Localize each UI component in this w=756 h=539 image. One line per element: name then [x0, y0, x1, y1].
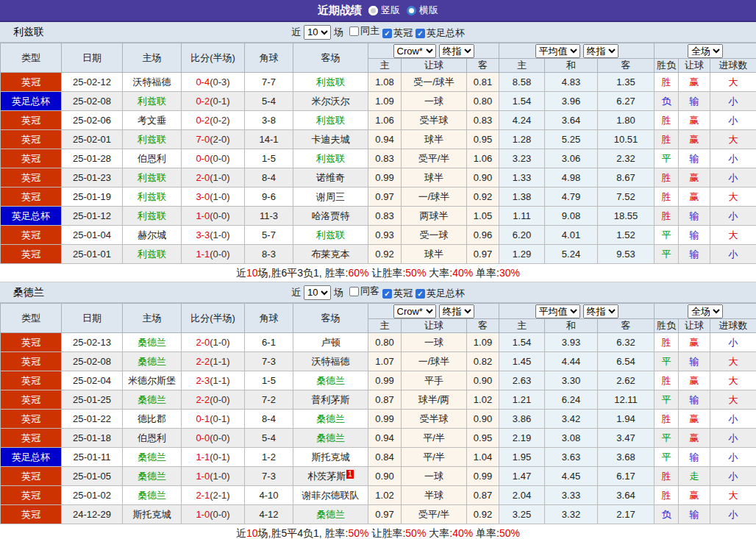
avg-draw-odds: 4.44: [545, 352, 598, 371]
checkbox-icon[interactable]: ✓: [382, 289, 392, 299]
subheader-handicap: 让球: [402, 59, 467, 73]
avg-away-odds: 6.32: [598, 333, 655, 352]
avg-source-select[interactable]: 平均值: [535, 304, 580, 318]
match-date: 25-01-05: [62, 467, 123, 486]
filter-checkbox[interactable]: 同主: [349, 24, 379, 38]
match-row: 英冠25-01-04赫尔城3-3(1-0)5-7利兹联0.93受一球0.966.…: [1, 226, 756, 245]
page-header: 近期战绩 竖版 横版: [0, 0, 756, 22]
home-team: 伯恩利: [123, 149, 182, 168]
radio-horizontal-label[interactable]: 横版: [419, 4, 438, 17]
filter-checkbox[interactable]: ✓英冠: [382, 26, 413, 40]
result-handicap: 输: [679, 92, 710, 111]
handicap-line: 受半球: [402, 111, 467, 130]
subheader-avg-away: 客: [598, 59, 655, 73]
checkbox-icon[interactable]: [349, 26, 359, 36]
league-badge: 英冠: [1, 73, 62, 92]
home-team: 伯恩利: [123, 429, 182, 448]
handicap-line: 球半: [402, 130, 467, 149]
checkbox-icon[interactable]: ✓: [416, 29, 425, 38]
checkbox-icon[interactable]: ✓: [416, 289, 425, 299]
match-date: 25-02-08: [62, 352, 123, 371]
subheader-odds-away: 客: [467, 319, 499, 333]
avg-away-odds: 6.17: [598, 467, 655, 486]
scope-select[interactable]: 全场: [688, 44, 723, 58]
avg-stage-select[interactable]: 终指: [583, 304, 618, 318]
avg-home-odds: 3.25: [499, 505, 545, 524]
radio-vertical-label[interactable]: 竖版: [381, 4, 400, 17]
result-handicap: 赢: [679, 371, 710, 390]
home-team: 利兹联: [123, 92, 182, 111]
odds-stage-select[interactable]: 终指: [439, 44, 474, 58]
result-goals: 小: [710, 245, 756, 264]
subheader-avg-home: 主: [499, 59, 545, 73]
avg-draw-odds: 5.25: [545, 130, 598, 149]
checkbox-icon[interactable]: ✓: [382, 29, 392, 38]
summary-text: 大率:: [426, 267, 452, 279]
avg-draw-odds: 5.24: [545, 245, 598, 264]
match-count-select[interactable]: 10: [304, 285, 331, 300]
away-team: 桑德兰: [293, 371, 368, 390]
away-team: 朴茨茅斯1: [293, 467, 368, 486]
scope-select[interactable]: 全场: [688, 304, 723, 318]
summary-text: 单率:: [473, 527, 499, 539]
filter-checkbox[interactable]: ✓英冠: [382, 287, 413, 300]
section-bar: 利兹联 近 10 场 同主✓英冠✓英足总杯: [0, 22, 756, 43]
away-team: 桑德兰: [293, 410, 368, 429]
avg-away-odds: 9.53: [598, 245, 655, 264]
match-row: 英冠25-02-04米德尔斯堡2-3(1-1)1-5桑德兰0.99平手0.902…: [1, 371, 756, 390]
filter-checkbox[interactable]: ✓英足总杯: [416, 26, 465, 40]
avg-home-odds: 6.20: [499, 226, 545, 245]
home-odds: 0.93: [368, 226, 402, 245]
odds-provider-select[interactable]: Crow*: [393, 44, 436, 58]
avg-away-odds: 2.17: [598, 505, 655, 524]
league-badge: 英冠: [1, 410, 62, 429]
away-odds: 1.06: [467, 149, 499, 168]
summary-text: 单率:: [473, 267, 499, 279]
filter-checkbox[interactable]: 同客: [349, 285, 379, 298]
radio-horizontal[interactable]: [407, 6, 416, 15]
avg-away-odds: 1.52: [598, 226, 655, 245]
match-row: 英冠25-01-01利兹联1-1(0-0)8-3布莱克本0.92球半0.971.…: [1, 245, 756, 264]
filter-checkbox[interactable]: ✓英足总杯: [416, 287, 465, 300]
odds-stage-select[interactable]: 终指: [439, 304, 474, 318]
summary-text: 40%: [452, 527, 473, 539]
away-odds: 0.95: [467, 130, 499, 149]
match-score: 1-0(0-0): [182, 207, 245, 226]
checkbox-icon[interactable]: [349, 287, 359, 296]
match-filter: 近 10 场 同主✓英冠✓英足总杯: [291, 24, 465, 40]
avg-stage-select[interactable]: 终指: [583, 44, 618, 58]
handicap-line: 球半/两: [402, 390, 467, 410]
corner-count: 7-3: [245, 467, 293, 486]
avg-draw-odds: 3.33: [545, 486, 598, 505]
filter-checkbox-group: 同主✓英冠✓英足总杯: [346, 24, 465, 40]
subheader-avg-home: 主: [499, 319, 545, 333]
odds-provider-select[interactable]: Crow*: [393, 304, 436, 318]
home-team: 利兹联: [123, 245, 182, 264]
home-odds: 0.97: [368, 505, 402, 524]
match-count-select[interactable]: 10: [304, 25, 331, 40]
avg-home-odds: 1.95: [499, 448, 545, 467]
away-team: 斯托克城: [293, 448, 368, 467]
home-odds: 0.99: [368, 371, 402, 390]
checkbox-label: 同主: [360, 24, 379, 38]
radio-vertical-selected[interactable]: [368, 6, 378, 15]
home-team: 桑德兰: [123, 352, 182, 371]
avg-home-odds: 3.86: [499, 410, 545, 429]
away-odds: 0.82: [467, 352, 499, 371]
subheader-avg-draw: 和: [545, 319, 598, 333]
match-score: 2-1(2-1): [182, 486, 245, 505]
halftime-score: (0-1): [210, 451, 229, 463]
league-badge: 英足总杯: [1, 207, 62, 226]
column-header-date: 日期: [62, 43, 123, 73]
avg-source-select[interactable]: 平均值: [535, 44, 580, 58]
fulltime-score: 0-4: [196, 76, 210, 88]
avg-away-odds: 2.62: [598, 371, 655, 390]
match-date: 25-01-19: [62, 188, 123, 207]
result-goals: 小: [710, 111, 756, 130]
result-goals: 小: [710, 333, 756, 352]
subheader-odds-home: 主: [368, 319, 402, 333]
avg-home-odds: 1.21: [499, 390, 545, 410]
avg-away-odds: 3.68: [598, 448, 655, 467]
avg-home-odds: 1.29: [499, 245, 545, 264]
match-score: 0-4(0-3): [182, 73, 245, 92]
